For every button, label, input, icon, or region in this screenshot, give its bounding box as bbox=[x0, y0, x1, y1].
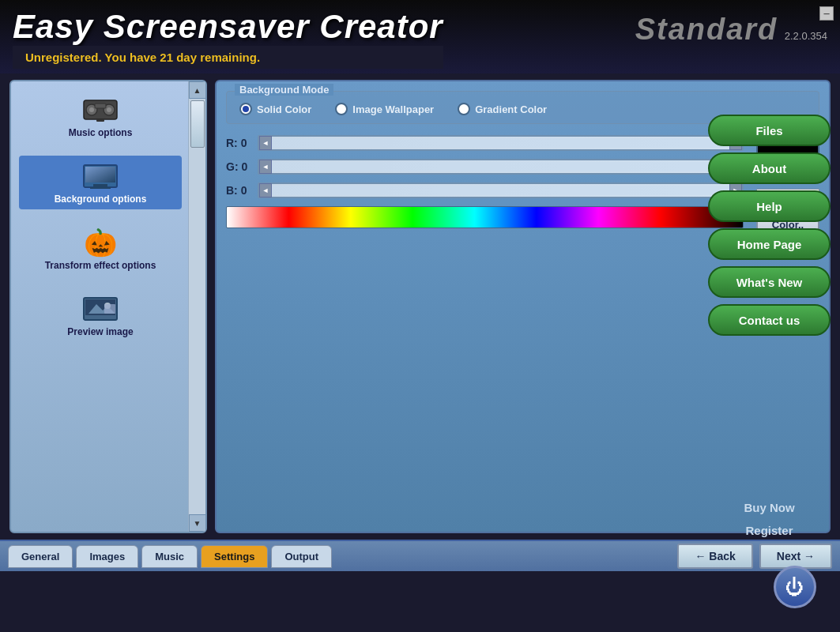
music-icon bbox=[81, 94, 120, 126]
version-area: Standard 2.2.0.354 bbox=[635, 13, 827, 47]
right-bottom-links: Buy Now Register bbox=[708, 501, 831, 537]
svg-point-2 bbox=[89, 107, 94, 112]
whatsnew-button[interactable]: What's New bbox=[708, 266, 831, 298]
b-fill bbox=[272, 186, 729, 195]
b-left-arrow[interactable]: ◄ bbox=[259, 183, 272, 198]
left-panel: ▲ ▼ Mu bbox=[9, 80, 207, 533]
svg-rect-10 bbox=[93, 184, 107, 187]
scrollbar[interactable]: ▲ ▼ bbox=[188, 81, 205, 532]
spectrum-bar[interactable] bbox=[226, 206, 744, 228]
sidebar-items: Music options bbox=[11, 81, 205, 350]
radio-gradient-btn[interactable] bbox=[458, 103, 470, 115]
version-number: 2.2.0.354 bbox=[785, 30, 827, 42]
svg-point-4 bbox=[107, 107, 111, 112]
radio-image-wallpaper[interactable]: Image Wallpaper bbox=[335, 103, 434, 115]
svg-rect-5 bbox=[95, 103, 106, 108]
sidebar-item-music[interactable]: Music options bbox=[19, 89, 182, 143]
tab-bar: General Images Music Settings Output ← B… bbox=[0, 540, 840, 571]
g-slider-row: G: 0 ◄ ► bbox=[226, 159, 744, 175]
r-slider[interactable]: ◄ ► bbox=[258, 135, 744, 151]
minimize-button[interactable]: ─ bbox=[819, 6, 834, 21]
g-fill bbox=[272, 162, 729, 171]
help-button[interactable]: Help bbox=[708, 190, 831, 222]
radio-gradient-label: Gradient Color bbox=[475, 103, 547, 115]
tab-output[interactable]: Output bbox=[271, 545, 332, 568]
radio-group: Solid Color Image Wallpaper Gradient Col… bbox=[239, 103, 806, 115]
g-left-arrow[interactable]: ◄ bbox=[259, 160, 272, 174]
buy-now-link[interactable]: Buy Now bbox=[744, 501, 794, 514]
edition-label: Standard bbox=[635, 13, 778, 46]
tab-general[interactable]: General bbox=[8, 545, 73, 568]
bg-mode-legend: Background Mode bbox=[235, 84, 333, 96]
radio-solid-label: Solid Color bbox=[257, 103, 311, 115]
homepage-button[interactable]: Home Page bbox=[708, 228, 831, 260]
r-fill bbox=[272, 138, 729, 148]
back-button[interactable]: ← Back bbox=[677, 544, 752, 569]
svg-rect-9 bbox=[85, 167, 115, 182]
r-label: R: 0 bbox=[226, 137, 250, 149]
power-button[interactable]: ⏻ bbox=[774, 566, 816, 608]
tab-settings[interactable]: Settings bbox=[201, 545, 268, 568]
scroll-up-button[interactable]: ▲ bbox=[189, 81, 206, 99]
sidebar-item-preview[interactable]: Preview image bbox=[19, 288, 182, 342]
transform-icon: 🎃 bbox=[81, 227, 120, 258]
right-sidebar: Files About Help Home Page What's New Co… bbox=[708, 115, 831, 336]
g-label: G: 0 bbox=[226, 160, 250, 173]
unregistered-banner: Unregistered. You have 21 day remaining. bbox=[13, 46, 443, 69]
scroll-track bbox=[189, 99, 205, 514]
b-slider-row: B: 0 ◄ ► bbox=[226, 182, 744, 198]
sidebar-item-preview-label: Preview image bbox=[67, 326, 133, 337]
g-slider[interactable]: ◄ ► bbox=[258, 159, 744, 175]
contact-button[interactable]: Contact us bbox=[708, 304, 831, 336]
power-icon: ⏻ bbox=[785, 576, 804, 598]
nav-buttons: ← Back Next → bbox=[677, 544, 832, 569]
radio-solid-color[interactable]: Solid Color bbox=[239, 103, 311, 115]
radio-image-label: Image Wallpaper bbox=[352, 103, 434, 115]
files-button[interactable]: Files bbox=[708, 115, 831, 146]
radio-solid-btn[interactable] bbox=[239, 103, 252, 115]
sidebar-item-transform-label: Transform effect options bbox=[45, 260, 156, 271]
sidebar-item-background[interactable]: Background options bbox=[19, 156, 182, 209]
background-icon bbox=[81, 160, 120, 192]
scroll-thumb[interactable] bbox=[190, 100, 205, 148]
b-slider[interactable]: ◄ ► bbox=[258, 182, 744, 198]
preview-icon bbox=[81, 293, 120, 325]
r-left-arrow[interactable]: ◄ bbox=[259, 136, 272, 150]
radio-image-btn[interactable] bbox=[335, 103, 348, 115]
b-label: B: 0 bbox=[226, 184, 250, 197]
tab-images[interactable]: Images bbox=[76, 545, 138, 568]
sidebar-item-music-label: Music options bbox=[69, 127, 133, 138]
window-controls: ─ bbox=[819, 6, 834, 21]
app-title: Easy Screensaver Creator bbox=[13, 8, 443, 46]
svg-rect-11 bbox=[90, 187, 111, 189]
sidebar-item-background-label: Background options bbox=[55, 194, 147, 205]
svg-rect-6 bbox=[96, 119, 104, 122]
about-button[interactable]: About bbox=[708, 152, 831, 184]
tab-music[interactable]: Music bbox=[141, 545, 198, 568]
sidebar-item-transform[interactable]: 🎃 Transform effect options bbox=[19, 222, 182, 276]
r-slider-row: R: 0 ◄ ► bbox=[226, 135, 744, 151]
header: Easy Screensaver Creator Unregistered. Y… bbox=[0, 0, 840, 73]
register-link[interactable]: Register bbox=[745, 524, 793, 537]
radio-gradient-color[interactable]: Gradient Color bbox=[458, 103, 547, 115]
scroll-down-button[interactable]: ▼ bbox=[189, 514, 206, 532]
rgb-sliders: R: 0 ◄ ► G: 0 ◄ ► bbox=[226, 135, 744, 228]
svg-rect-16 bbox=[104, 304, 115, 314]
